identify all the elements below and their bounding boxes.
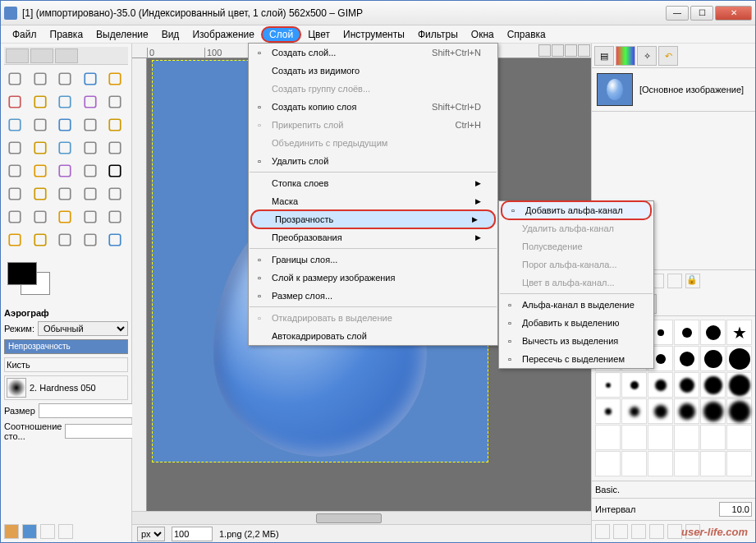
tool-24[interactable]: [104, 160, 126, 182]
menuitem-альфа-канал-в-выделение[interactable]: ▫Альфа-канал в выделение: [499, 296, 653, 314]
paths-tab-icon[interactable]: ✧: [637, 46, 657, 66]
brush-16[interactable]: [700, 372, 726, 398]
menu-Цвет[interactable]: Цвет: [301, 26, 337, 43]
brush-3[interactable]: [674, 320, 699, 345]
menuitem-пересечь-с-выделением[interactable]: ▫Пересечь с выделением: [499, 350, 653, 368]
tool-22[interactable]: [54, 160, 76, 182]
layers-list[interactable]: [Основное изображение]: [592, 68, 755, 112]
brush-19[interactable]: [621, 398, 647, 424]
menu-Инструменты[interactable]: Инструменты: [337, 26, 411, 43]
menuitem-добавить-альфа-канал[interactable]: ▫Добавить альфа-канал: [501, 200, 652, 220]
right-panel-tabs[interactable]: ▤ ✧ ↶: [592, 44, 755, 68]
brush-14[interactable]: [648, 372, 673, 398]
menuitem-удалить-слой[interactable]: ▫Удалить слой: [249, 152, 497, 170]
brush-32[interactable]: [648, 451, 673, 476]
tool-5[interactable]: [4, 91, 25, 113]
tool-11[interactable]: [30, 114, 51, 136]
menu-Справка[interactable]: Справка: [501, 26, 552, 43]
brushset-name[interactable]: Basic.: [595, 485, 752, 495]
tool-0[interactable]: [4, 68, 25, 90]
brush-30[interactable]: [595, 451, 621, 476]
transparency-submenu[interactable]: ▫Добавить альфа-каналУдалить альфа-канал…: [498, 200, 654, 369]
tool-39[interactable]: [104, 229, 126, 251]
tool-20[interactable]: [4, 160, 25, 182]
tool-21[interactable]: [30, 160, 51, 182]
menuitem-размер-слоя-[interactable]: ▫Размер слоя...: [249, 287, 497, 305]
toolbox-footer[interactable]: [4, 519, 128, 539]
maximize-button[interactable]: ☐: [690, 6, 713, 21]
tool-15[interactable]: [4, 137, 25, 159]
brush-23[interactable]: [726, 398, 752, 424]
toolbox-tabs[interactable]: [4, 47, 128, 65]
tool-9[interactable]: [104, 91, 126, 113]
tool-19[interactable]: [104, 137, 126, 159]
menuitem-вычесть-из-выделения[interactable]: ▫Вычесть из выделения: [499, 332, 653, 350]
menu-Вид[interactable]: Вид: [155, 26, 186, 43]
brush-name-row[interactable]: 2. Hardness 050: [4, 375, 128, 400]
layer-menu[interactable]: ▫Создать слой...Shift+Ctrl+NСоздать из в…: [248, 43, 498, 346]
menuitem-прозрачность[interactable]: Прозрачность▶: [250, 209, 496, 229]
brush-20[interactable]: [648, 398, 673, 424]
tool-14[interactable]: [104, 114, 126, 136]
brush-selector[interactable]: Кисть: [4, 357, 128, 372]
color-swatches[interactable]: [4, 259, 128, 300]
tool-12[interactable]: [54, 114, 76, 136]
brush-12[interactable]: [595, 372, 621, 398]
tool-30[interactable]: [4, 206, 25, 228]
tool-29[interactable]: [104, 183, 126, 205]
channels-tab-icon[interactable]: [616, 46, 635, 66]
tool-16[interactable]: [30, 137, 51, 159]
minimize-button[interactable]: —: [666, 6, 689, 21]
layer-thumbnail[interactable]: [597, 73, 633, 106]
brush-15[interactable]: [674, 372, 699, 398]
ruler-vertical[interactable]: [132, 58, 147, 511]
menuitem-создать-копию-слоя[interactable]: ▫Создать копию слояShift+Ctrl+D: [249, 98, 497, 116]
tool-4[interactable]: [104, 68, 126, 90]
tool-27[interactable]: [54, 183, 76, 205]
menu-Правка[interactable]: Правка: [44, 26, 90, 43]
menu-Выделение[interactable]: Выделение: [89, 26, 155, 43]
tool-6[interactable]: [30, 91, 51, 113]
tool-10[interactable]: [4, 114, 25, 136]
tool-34[interactable]: [104, 206, 126, 228]
tool-31[interactable]: [30, 206, 51, 228]
menuitem-создать-из-видимого[interactable]: Создать из видимого: [249, 62, 497, 80]
brush-13[interactable]: [621, 372, 647, 398]
tool-37[interactable]: [54, 229, 76, 251]
brush-28[interactable]: [700, 425, 726, 450]
mode-select[interactable]: Обычный: [38, 321, 128, 336]
undo-tab-icon[interactable]: ↶: [658, 46, 678, 66]
tool-18[interactable]: [80, 137, 101, 159]
brush-5[interactable]: ★: [726, 320, 752, 345]
menu-Окна[interactable]: Окна: [465, 26, 501, 43]
menuitem-автокадрировать-слой[interactable]: Автокадрировать слой: [249, 327, 497, 345]
opacity-slider[interactable]: Непрозрачность: [4, 339, 128, 354]
menuitem-слой-к-размеру-изображения[interactable]: ▫Слой к размеру изображения: [249, 269, 497, 287]
unit-select[interactable]: px: [137, 527, 165, 541]
menuitem-добавить-к-выделению[interactable]: ▫Добавить к выделению: [499, 314, 653, 332]
brush-34[interactable]: [700, 451, 726, 476]
layers-tab-icon[interactable]: ▤: [594, 46, 614, 66]
brush-9[interactable]: [674, 346, 699, 371]
tool-3[interactable]: [80, 68, 101, 90]
tool-17[interactable]: [54, 137, 76, 159]
close-button[interactable]: ✕: [715, 6, 752, 21]
tool-33[interactable]: [80, 206, 101, 228]
brush-17[interactable]: [726, 372, 752, 398]
tool-26[interactable]: [30, 183, 51, 205]
brush-25[interactable]: [621, 425, 647, 450]
tool-38[interactable]: [80, 229, 101, 251]
menuitem-границы-слоя-[interactable]: ▫Границы слоя...: [249, 251, 497, 269]
menu-Фильтры[interactable]: Фильтры: [411, 26, 465, 43]
tool-25[interactable]: [4, 183, 25, 205]
brush-33[interactable]: [674, 451, 699, 476]
brush-18[interactable]: [595, 398, 621, 424]
layer-name[interactable]: [Основное изображение]: [639, 85, 744, 94]
brush-24[interactable]: [595, 425, 621, 450]
menuitem-стопка-слоев[interactable]: Стопка слоев▶: [249, 174, 497, 192]
tool-grid[interactable]: [4, 65, 128, 254]
tool-32[interactable]: [54, 206, 76, 228]
tool-7[interactable]: [54, 91, 76, 113]
tool-8[interactable]: [80, 91, 101, 113]
zoom-input[interactable]: [172, 527, 213, 541]
